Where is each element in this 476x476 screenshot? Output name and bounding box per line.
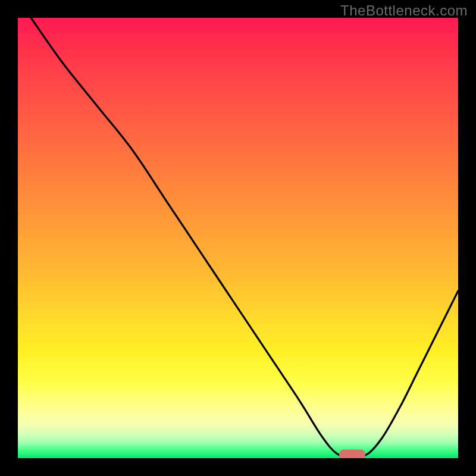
bottleneck-curve bbox=[31, 18, 458, 457]
curve-svg bbox=[18, 18, 458, 458]
plot-area bbox=[18, 18, 458, 458]
watermark-text: TheBottleneck.com bbox=[340, 2, 468, 19]
chart-frame: TheBottleneck.com bbox=[0, 0, 476, 476]
optimum-marker bbox=[339, 450, 365, 458]
